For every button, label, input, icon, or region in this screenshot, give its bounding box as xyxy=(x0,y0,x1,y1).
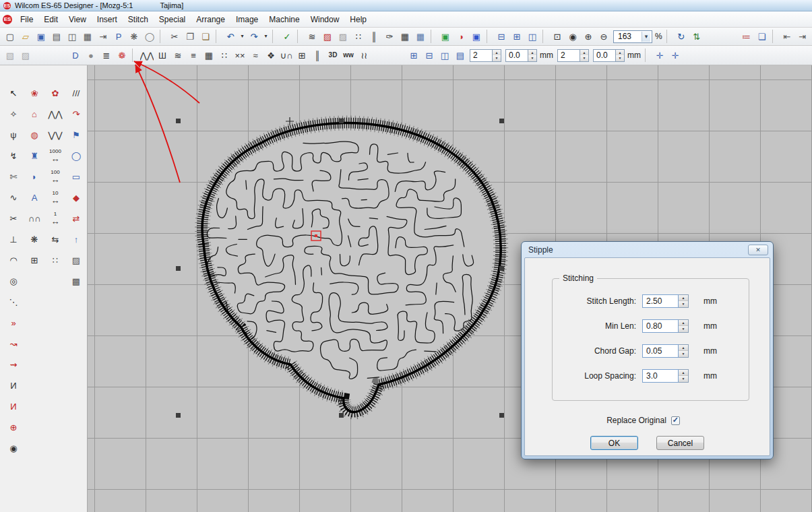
menu-image[interactable]: Image xyxy=(230,12,263,27)
cross-stitch-icon[interactable]: ×× xyxy=(232,48,247,63)
value-input[interactable]: 0.80 xyxy=(642,319,679,333)
stitch-edit-icon[interactable]: ↯ xyxy=(5,148,22,163)
pan-icon[interactable]: ✛ xyxy=(652,48,667,63)
auto-digitize-icon[interactable]: ❋ xyxy=(26,232,43,247)
add-symbol-icon[interactable]: ⊕ xyxy=(5,420,22,435)
up-arrow-icon[interactable]: ↑ xyxy=(68,232,85,247)
spinner-arrows[interactable] xyxy=(679,344,689,358)
zoom-box-icon[interactable]: ⊡ xyxy=(550,29,565,44)
jump-stitch-icon[interactable]: ↝ xyxy=(5,336,22,351)
spinner-arrows[interactable] xyxy=(679,294,689,308)
stitch-list-icon[interactable]: ≔ xyxy=(739,29,754,44)
auto-scroll-icon[interactable]: ⇅ xyxy=(689,29,704,44)
lettering-tool-icon[interactable]: A xyxy=(26,190,43,205)
selection-handle[interactable] xyxy=(499,413,504,418)
fill-grid-icon[interactable]: ▦ xyxy=(398,29,412,44)
print-preview-icon[interactable]: ◫ xyxy=(65,29,80,44)
menu-machine[interactable]: Machine xyxy=(263,12,305,27)
menu-special[interactable]: Special xyxy=(154,12,191,27)
zoom-combo[interactable]: 163 % xyxy=(613,30,662,43)
selection-handle[interactable] xyxy=(176,413,181,418)
selection-handle[interactable] xyxy=(499,266,504,271)
ok-button[interactable]: OK xyxy=(590,436,638,450)
string-stitch-icon[interactable]: ║ xyxy=(310,48,325,63)
pin-stitch-icon[interactable]: ✑ xyxy=(382,29,397,44)
selection-handle[interactable] xyxy=(499,119,504,123)
penetrations-icon[interactable]: ⋱ xyxy=(5,294,22,309)
redraw-icon[interactable]: ↻ xyxy=(674,29,689,44)
value-input[interactable]: 3.0 xyxy=(642,369,679,383)
travel-marks-icon[interactable]: ∷ xyxy=(47,253,64,267)
stipple-run-icon[interactable]: ≣ xyxy=(99,48,114,63)
curve-arrow-icon[interactable]: ↷ xyxy=(68,106,85,121)
zigzag-run-icon[interactable]: ≋ xyxy=(305,29,319,44)
closed-shape-icon[interactable]: ❁ xyxy=(115,48,129,63)
graph-grid-icon[interactable]: ▦ xyxy=(413,29,428,44)
value-input[interactable]: 2.50 xyxy=(642,294,679,308)
zoom-out-icon[interactable]: ⊖ xyxy=(596,29,611,44)
spinner-arrows[interactable] xyxy=(580,49,589,62)
design-check-icon[interactable]: ✓ xyxy=(280,29,294,44)
menu-view[interactable]: View xyxy=(63,12,92,27)
hoop-icon[interactable]: ◯ xyxy=(142,29,157,44)
reshape-tool-icon[interactable]: ψ xyxy=(5,127,22,142)
zigzag-tool-icon[interactable]: ∿ xyxy=(5,190,22,205)
undo-icon[interactable]: ↶ xyxy=(223,29,238,44)
motif-fill-icon[interactable]: ∷ xyxy=(351,29,366,44)
polygon-select-icon[interactable]: ✧ xyxy=(5,106,22,121)
ring-tool-icon[interactable]: ◎ xyxy=(5,274,22,288)
florentine-icon[interactable]: ≀≀ xyxy=(356,48,371,63)
underlay-icon[interactable]: ◫ xyxy=(437,48,452,63)
copy-icon[interactable]: ❐ xyxy=(183,29,197,44)
center-view-icon[interactable]: ✛ xyxy=(668,48,683,63)
travel-1000-icon[interactable]: 1000↔ xyxy=(47,148,64,163)
save-design-icon[interactable]: ▣ xyxy=(34,29,49,44)
selection-handle[interactable] xyxy=(339,413,344,418)
export-machine-file-icon[interactable]: ▦ xyxy=(80,29,95,44)
feather-edge-icon[interactable]: ww xyxy=(341,48,356,63)
stipple-stitch-icon[interactable]: ∪∩ xyxy=(279,48,294,63)
trim-stitch-icon[interactable]: ⇝ xyxy=(5,357,22,372)
spinner-arrows[interactable] xyxy=(528,49,537,62)
thread-colors-icon[interactable]: ▣ xyxy=(438,29,453,44)
chevron-down-icon[interactable] xyxy=(642,32,650,42)
flower-tool-icon[interactable]: ❀ xyxy=(26,86,43,100)
paste-icon[interactable]: ❏ xyxy=(198,29,213,44)
spinner-arrows[interactable] xyxy=(493,49,501,62)
ellipse-tool-icon[interactable]: ◯ xyxy=(68,148,85,163)
pattern-a-icon[interactable]: ▨ xyxy=(68,253,85,267)
spinner-arrows[interactable] xyxy=(679,319,689,333)
menu-help[interactable]: Help xyxy=(344,12,372,27)
knife-icon[interactable]: ✄ xyxy=(5,169,22,184)
spacing-length-spinner[interactable]: 0.0 mm xyxy=(593,49,641,62)
n-curve-icon[interactable]: И xyxy=(5,399,22,414)
menu-edit[interactable]: Edit xyxy=(38,12,63,27)
kiosk-icon[interactable]: ⊞ xyxy=(26,253,43,267)
design-properties-icon[interactable]: P xyxy=(111,29,126,44)
travel-segment-icon[interactable]: ⇆ xyxy=(47,232,64,247)
background-color-icon[interactable]: ▣ xyxy=(469,29,484,44)
warp-3d-icon[interactable]: 3D xyxy=(325,48,340,63)
zoom-1-1-icon[interactable]: ◉ xyxy=(565,29,580,44)
stamp-tool-icon[interactable]: ◆ xyxy=(68,190,85,205)
close-icon[interactable] xyxy=(748,245,768,255)
motif-run-icon[interactable]: ∷ xyxy=(217,48,232,63)
overview-window-icon[interactable]: ⊟ xyxy=(494,29,509,44)
menu-file[interactable]: File xyxy=(15,12,38,27)
stitch-spacing-icon[interactable]: ▤ xyxy=(453,48,468,63)
stitch-count-spinner[interactable]: 2 xyxy=(470,49,501,62)
cancel-button[interactable]: Cancel xyxy=(656,436,704,450)
selection-handle[interactable] xyxy=(176,119,181,123)
redo-icon[interactable]: ↷ xyxy=(247,29,261,44)
tatami-stitch-icon[interactable]: ≡ xyxy=(186,48,201,63)
color-film-icon[interactable]: ⊞ xyxy=(509,29,524,44)
rectangle-tool-icon[interactable]: ▭ xyxy=(68,169,85,184)
select-tool-icon[interactable]: ↖ xyxy=(5,86,22,100)
program-split-icon[interactable]: ▦ xyxy=(201,48,216,63)
menu-arrange[interactable]: Arrange xyxy=(191,12,230,27)
scissors-icon[interactable]: ✂ xyxy=(5,211,22,226)
cut-icon[interactable]: ✂ xyxy=(167,29,182,44)
dialog-title-bar[interactable]: Stipple xyxy=(522,242,773,257)
print-icon[interactable]: ▤ xyxy=(49,29,64,44)
show-appliques-icon[interactable]: D xyxy=(68,48,83,63)
